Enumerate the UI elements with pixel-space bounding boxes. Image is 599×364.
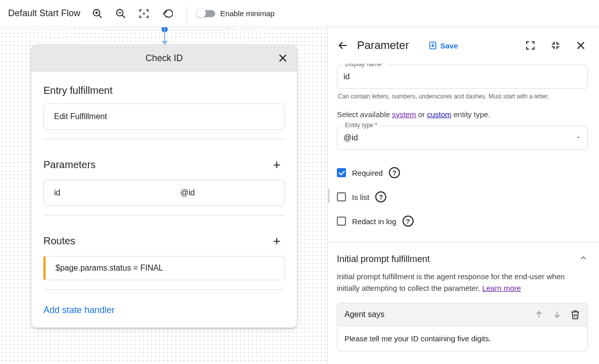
section-title-parameters: Parameters — [43, 159, 95, 171]
entity-type-sentence: Select available system or custom entity… — [337, 110, 588, 119]
required-row: Required ? — [337, 167, 588, 178]
section-entry-fulfillment: Entry fulfillment Edit Fulfillment — [31, 72, 297, 143]
help-icon[interactable]: ? — [403, 216, 414, 227]
entity-type-field-wrap: Entity type * @id — [337, 126, 588, 150]
add-route-button[interactable]: + — [269, 233, 285, 249]
svg-line-1 — [99, 15, 102, 18]
minimap-label: Enable minimap — [220, 9, 275, 18]
parameter-type: @id — [180, 188, 195, 197]
parameter-row[interactable]: id @id — [43, 180, 285, 206]
route-row[interactable]: $page.params.status = FINAL — [43, 256, 285, 280]
entity-type-value: @id — [343, 133, 358, 142]
zoom-in-icon[interactable] — [88, 5, 107, 23]
display-name-hint: Can contain letters, numbers, underscore… — [338, 93, 587, 100]
agent-says-text[interactable]: Please tell me your ID containing five d… — [337, 326, 587, 351]
close-panel-icon[interactable] — [572, 36, 590, 55]
toolbar-divider — [186, 5, 187, 22]
chevron-up-icon — [579, 253, 588, 265]
save-button[interactable]: Save — [428, 41, 458, 50]
section-title-routes: Routes — [43, 235, 75, 247]
agent-says-label: Agent says — [344, 310, 384, 319]
panel-resize-handle[interactable] — [327, 27, 329, 364]
zoom-out-icon[interactable] — [112, 5, 130, 23]
entity-type-label: Entity type * — [343, 122, 379, 129]
reset-view-icon[interactable] — [158, 5, 176, 23]
redact-row: Redact in log ? — [337, 216, 588, 227]
back-arrow-icon[interactable] — [336, 38, 350, 53]
help-icon[interactable]: ? — [375, 191, 386, 202]
required-label: Required — [352, 169, 383, 177]
custom-entity-link[interactable]: custom — [427, 110, 451, 119]
display-name-label: Display name * — [343, 64, 388, 68]
panel-title: Parameter — [357, 39, 409, 52]
close-icon[interactable] — [274, 49, 292, 67]
redact-checkbox[interactable] — [337, 217, 346, 226]
agent-says-header: Agent says — [337, 303, 587, 326]
top-toolbar: Default Start Flow Enable minimap — [0, 0, 599, 27]
svg-point-7 — [143, 13, 145, 15]
flow-canvas[interactable]: Check ID Entry fulfillment Edit Fulfillm… — [0, 27, 327, 364]
trash-icon[interactable] — [570, 309, 580, 320]
islist-row: Is list ? — [337, 191, 588, 202]
islist-label: Is list — [352, 193, 369, 201]
edit-fulfillment-row[interactable]: Edit Fulfillment — [43, 103, 285, 130]
islist-checkbox[interactable] — [337, 192, 346, 201]
system-entity-link[interactable]: system — [392, 110, 416, 119]
move-up-icon[interactable] — [534, 309, 544, 320]
move-down-icon[interactable] — [552, 309, 562, 320]
parameter-panel: Parameter Save Display name * — [327, 27, 599, 364]
learn-more-link[interactable]: Learn more — [482, 284, 521, 292]
add-state-handler-button[interactable]: Add state handler — [31, 294, 127, 328]
required-checkbox[interactable] — [337, 168, 346, 177]
section-parameters: Parameters + id @id — [31, 143, 297, 220]
minimap-toggle-group: Enable minimap — [197, 9, 275, 18]
workspace: Check ID Entry fulfillment Edit Fulfillm… — [0, 27, 599, 364]
save-label: Save — [440, 41, 458, 50]
fit-view-icon[interactable] — [135, 5, 153, 23]
fullscreen-icon[interactable] — [521, 36, 539, 55]
svg-line-5 — [122, 15, 125, 18]
display-name-field-wrap: Display name * — [337, 65, 588, 89]
divider — [43, 289, 285, 290]
ipf-header: Initial prompt fulfillment — [337, 254, 430, 265]
entity-type-select[interactable]: @id — [337, 126, 588, 150]
divider — [43, 215, 285, 216]
node-card-check-id: Check ID Entry fulfillment Edit Fulfillm… — [31, 44, 297, 328]
ipf-description: Initial prompt fulfillment is the agent … — [337, 271, 588, 294]
display-name-input[interactable] — [337, 65, 588, 89]
save-icon — [428, 41, 437, 50]
agent-says-card: Agent says Please tell me your ID cont — [337, 303, 588, 351]
panel-header: Parameter Save — [328, 27, 599, 64]
flow-title: Default Start Flow — [8, 8, 80, 19]
redact-label: Redact in log — [352, 217, 396, 226]
edit-fulfillment-label: Edit Fulfillment — [54, 112, 107, 121]
section-title-entry: Entry fulfillment — [43, 85, 113, 96]
minimap-toggle[interactable] — [197, 10, 215, 17]
divider — [43, 139, 285, 139]
exit-fullscreen-icon[interactable] — [546, 36, 565, 55]
add-parameter-button[interactable]: + — [269, 157, 285, 173]
route-expression: $page.params.status = FINAL — [56, 264, 163, 272]
chevron-down-icon — [575, 133, 581, 142]
section-routes: Routes + $page.params.status = FINAL — [31, 220, 297, 294]
ipf-collapser[interactable]: Initial prompt fulfillment — [337, 242, 588, 271]
panel-body: Display name * Can contain letters, numb… — [328, 64, 599, 364]
parameter-name: id — [54, 188, 160, 197]
node-title: Check ID — [145, 53, 183, 64]
help-icon[interactable]: ? — [389, 167, 400, 178]
node-header: Check ID — [31, 44, 297, 72]
